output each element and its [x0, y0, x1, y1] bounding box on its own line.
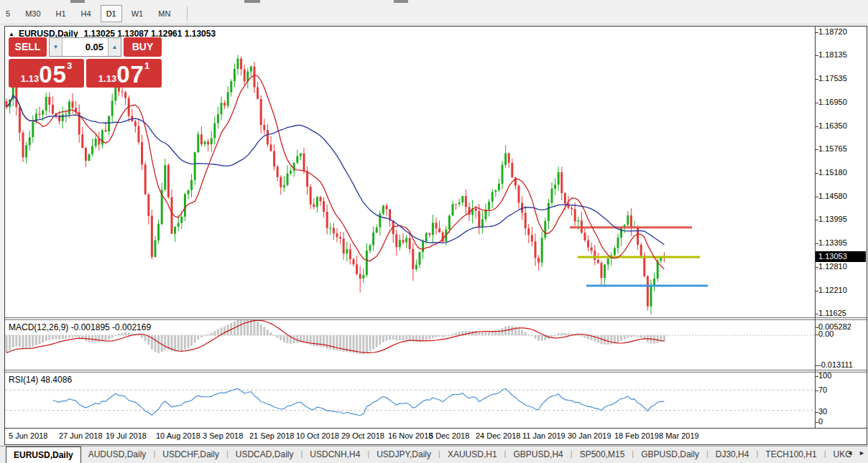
tab-audusd-daily[interactable]: AUDUSD,Daily — [81, 446, 154, 463]
indicator-axis-tick — [816, 335, 818, 335]
date-label: 24 Dec 2018 — [476, 431, 520, 440]
date-label: 19 Jul 2018 — [106, 431, 147, 440]
tab-scroll-arrows: ◄ ► — [846, 449, 865, 457]
price-axis-label: 1.13995 — [818, 215, 847, 223]
price-axis-label: 1.14580 — [818, 192, 847, 200]
price-axis-tick — [816, 314, 818, 314]
rsi-chart[interactable] — [5, 373, 815, 428]
indicator-axis-tick — [816, 412, 818, 413]
price-axis-label: 1.11625 — [818, 309, 846, 317]
indicator-axis-label: 100 — [818, 371, 831, 380]
price-axis-label: 1.17535 — [818, 74, 847, 83]
price-axis-tick — [816, 149, 818, 150]
volume-increase-button[interactable]: ▲ — [108, 38, 121, 56]
indicator-axis-tick — [816, 365, 818, 366]
date-label: 11 Jan 2019 — [522, 431, 565, 440]
indicator-axis-label: 0.00 — [818, 329, 834, 338]
buy-price-sup: 1 — [144, 60, 149, 71]
indicator-axis-label: 70 — [818, 385, 827, 394]
sell-price-small: 1.13 — [21, 73, 39, 84]
price-axis-tick — [816, 32, 818, 33]
macd-label: MACD(12,26,9) -0.001895 -0.002169 — [9, 322, 151, 332]
indicator-axis-tick — [816, 390, 818, 391]
tab-xauusd-h1[interactable]: XAUUSD,H1 — [440, 446, 504, 463]
buy-price-tile[interactable]: 1.13 07 1 — [86, 59, 162, 88]
tf-button-mn[interactable]: MN — [152, 5, 176, 22]
mt4-application: 5M30H1H4D1W1MN ▲ EURUSD,Daily 1.13025 1.… — [0, 0, 868, 463]
tab-sp500-m15[interactable]: SP500,M15 — [573, 446, 632, 463]
tab-scroll-left-button[interactable]: ◄ — [846, 449, 853, 457]
moving-average-line — [6, 75, 664, 269]
tf-button-w1[interactable]: W1 — [126, 5, 149, 22]
collapse-panel-icon[interactable]: ▲ — [9, 31, 14, 37]
price-axis-tick — [816, 173, 818, 174]
tab-usdcnh-h4[interactable]: USDCNH,H4 — [303, 446, 367, 463]
resistance-line — [570, 226, 692, 228]
price-axis-label: 1.12810 — [818, 262, 847, 271]
tab-tech100-h1[interactable]: TECH100,H1 — [758, 446, 823, 463]
pane-divider[interactable] — [5, 370, 867, 373]
rsi-label: RSI(14) 48.4086 — [9, 375, 72, 385]
tab-eurusd-daily[interactable]: EURUSD,Daily — [6, 446, 81, 463]
price-axis-tick — [816, 55, 818, 56]
current-price-badge: 1.13053 — [816, 251, 866, 262]
tf-button-d1[interactable]: D1 — [101, 5, 122, 22]
volume-input[interactable] — [63, 38, 108, 56]
date-label: 3 Sep 2018 — [203, 431, 243, 440]
tab-gbpusd-daily[interactable]: GBPUSD,Daily — [634, 446, 706, 463]
price-axis-label: 1.16950 — [818, 98, 847, 106]
tab-dj30-h4[interactable]: DJ30,H4 — [708, 446, 757, 463]
date-label: 16 Nov 2018 — [388, 431, 433, 440]
price-axis-tick — [816, 197, 818, 197]
price-axis-tick — [816, 267, 818, 268]
tf-button-h1[interactable]: H1 — [50, 5, 72, 22]
buy-price-big: 07 — [116, 64, 144, 85]
indicator-axis-tick — [816, 422, 818, 423]
tf-button-h4[interactable]: H4 — [75, 5, 97, 22]
timeframe-toolbar: 5M30H1H4D1W1MN — [0, 3, 868, 24]
pane-divider[interactable] — [5, 317, 867, 320]
tab-usdcad-daily[interactable]: USDCAD,Daily — [228, 446, 301, 463]
support-line — [586, 285, 708, 287]
price-axis-label: 1.15180 — [818, 168, 847, 177]
date-label: 8 Mar 2019 — [659, 431, 699, 440]
bid-level-line — [578, 256, 700, 258]
date-label: 21 Sep 2018 — [249, 431, 294, 440]
sell-button[interactable]: SELL — [9, 37, 47, 57]
price-axis-tick — [816, 243, 818, 244]
tab-usdchf-daily[interactable]: USDCHF,Daily — [155, 446, 226, 463]
toolbar-divider — [0, 24, 868, 24]
date-label: 29 Oct 2018 — [341, 431, 384, 440]
price-axis-label: 1.13395 — [818, 238, 847, 247]
indicator-axis-label: 30 — [818, 407, 827, 416]
buy-button[interactable]: BUY — [124, 37, 162, 57]
price-axis-separator — [815, 27, 816, 428]
price-axis-label: 1.15765 — [818, 144, 847, 153]
date-label: 10 Aug 2018 — [156, 431, 200, 440]
indicator-axis-label: -0.013111 — [818, 360, 853, 369]
price-axis-tick — [816, 220, 818, 220]
tf-button-5[interactable]: 5 — [0, 5, 16, 22]
date-axis[interactable]: 5 Jun 201827 Jun 201819 Jul 201810 Aug 2… — [5, 429, 815, 444]
indicator-axis-label: 0 — [818, 417, 823, 426]
price-axis-label: 1.18135 — [818, 50, 847, 59]
price-axis-label: 1.18720 — [818, 27, 847, 36]
toolbar-separator — [187, 6, 188, 21]
rsi-line — [52, 388, 664, 415]
tab-scroll-right-button[interactable]: ► — [859, 449, 865, 457]
volume-decrease-button[interactable]: ▼ — [50, 38, 63, 56]
pane-border — [5, 428, 867, 429]
moving-average-line — [6, 95, 664, 245]
date-label: 5 Dec 2018 — [429, 431, 469, 440]
tf-button-m30[interactable]: M30 — [19, 5, 46, 22]
date-label: 18 Feb 2019 — [614, 431, 659, 440]
sell-price-big: 05 — [39, 64, 67, 85]
tab-usdjpy-daily[interactable]: USDJPY,Daily — [369, 446, 438, 463]
indicator-axis-tick — [816, 327, 818, 328]
sell-price-tile[interactable]: 1.13 05 3 — [9, 59, 84, 88]
tab-gbpusd-h4[interactable]: GBPUSD,H4 — [506, 446, 570, 463]
price-axis-tick — [816, 103, 818, 103]
price-axis-tick — [816, 291, 818, 291]
date-label: 27 Jun 2018 — [59, 431, 103, 440]
price-axis-tick — [816, 126, 818, 127]
